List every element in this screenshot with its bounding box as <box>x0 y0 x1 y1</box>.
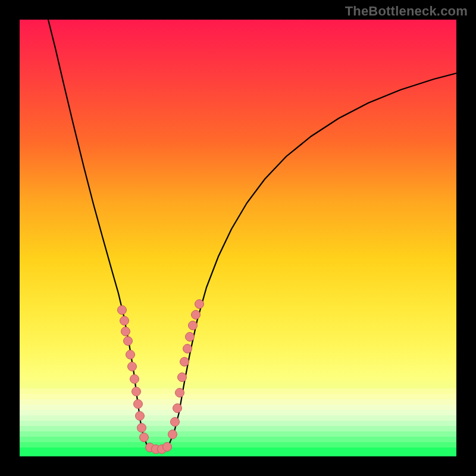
data-dot <box>176 389 184 397</box>
data-dot <box>130 375 139 384</box>
plot-area <box>20 20 456 456</box>
data-dot <box>124 337 133 346</box>
data-dot <box>168 430 177 439</box>
bottleneck-curve <box>20 20 456 456</box>
data-dots <box>118 300 204 454</box>
watermark-text: TheBottleneck.com <box>345 4 468 19</box>
data-dot <box>121 327 130 336</box>
data-dot <box>134 400 143 409</box>
data-dot <box>178 373 187 382</box>
curve-right <box>165 73 456 449</box>
data-dot <box>126 350 135 359</box>
curve-left <box>48 20 151 449</box>
data-dot <box>173 404 182 413</box>
data-dot <box>136 412 145 421</box>
chart-frame: TheBottleneck.com <box>0 0 476 476</box>
data-dot <box>171 418 180 427</box>
data-dot <box>183 345 192 353</box>
data-dot <box>180 358 189 367</box>
data-dot <box>118 306 127 315</box>
data-dot <box>140 433 149 442</box>
data-dot <box>192 311 201 320</box>
data-dot <box>195 300 204 309</box>
data-dot <box>189 321 198 330</box>
data-dot <box>137 424 146 433</box>
data-dot <box>163 443 172 452</box>
data-dot <box>132 387 141 396</box>
data-dot <box>128 362 137 371</box>
data-dot <box>120 317 129 325</box>
data-dot <box>186 333 195 342</box>
